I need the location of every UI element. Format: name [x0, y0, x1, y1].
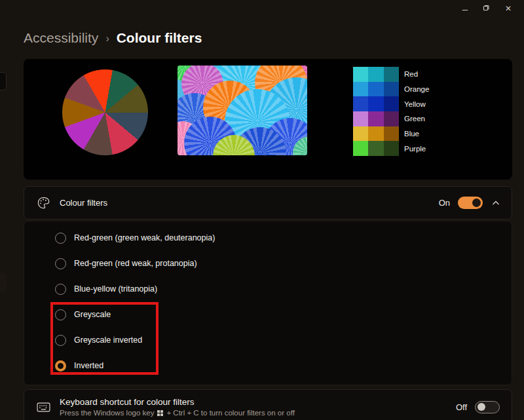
swatch-label: Blue [404, 126, 429, 142]
swatch-cell [368, 96, 383, 111]
radio-option-label: Greyscale [74, 310, 111, 319]
colour-swatch-grid [353, 67, 399, 156]
swatch-cell [353, 67, 368, 82]
radio-button[interactable] [55, 258, 66, 269]
swatch-cell [384, 67, 399, 82]
swatch-cell [353, 111, 368, 126]
radio-option[interactable]: Red-green (red weak, protanopia) [55, 256, 197, 271]
minimize-icon: – [462, 3, 468, 14]
swatch-cell [384, 141, 399, 156]
swatch-cell [384, 111, 399, 126]
colour-filters-toggle[interactable] [458, 197, 483, 209]
swatch-cell [384, 96, 399, 111]
toggle-state-label: Off [456, 402, 467, 412]
radio-option-label: Blue-yellow (tritanopia) [74, 284, 157, 294]
radio-button[interactable] [55, 335, 66, 346]
radio-option-label: Red-green (red weak, protanopia) [74, 259, 197, 268]
breadcrumb-separator: › [98, 33, 116, 45]
radio-option-label: Red-green (green weak, deuteranopia) [74, 233, 215, 242]
swatch-cell [368, 82, 383, 97]
radio-option[interactable]: Blue-yellow (tritanopia) [55, 281, 157, 297]
colour-filter-options: Red-green (green weak, deuteranopia)Red-… [24, 221, 512, 385]
titlebar: – ✕ [0, 0, 524, 18]
swatch-label: Green [404, 111, 429, 126]
palette-icon [36, 196, 50, 210]
toggle-state-label: On [439, 198, 450, 208]
pinwheel-photo-preview [178, 66, 307, 155]
keyboard-shortcut-toggle[interactable] [475, 401, 500, 413]
radio-option[interactable]: Greyscale inverted [55, 332, 142, 348]
swatch-label: Red [404, 67, 429, 82]
radio-option-label: Greyscale inverted [74, 335, 142, 345]
page-title: Colour filters [117, 30, 202, 46]
keyboard-shortcut-subtitle: Press the Windows logo key + Ctrl + C to… [60, 409, 295, 417]
radio-button[interactable] [55, 284, 66, 295]
restore-button[interactable] [476, 0, 496, 17]
close-icon: ✕ [505, 4, 512, 13]
swatch-cell [353, 82, 368, 97]
chevron-up-icon[interactable] [492, 200, 500, 206]
radio-option-label: Inverted [74, 361, 103, 370]
radio-button[interactable] [55, 309, 66, 320]
radio-option[interactable]: Inverted [55, 358, 103, 373]
keyboard-shortcut-text: Keyboard shortcut for colour filters Pre… [60, 397, 295, 417]
keyboard-shortcut-title: Keyboard shortcut for colour filters [60, 397, 295, 407]
breadcrumb-accessibility[interactable]: Accessibility [24, 30, 98, 46]
toggle-knob [477, 403, 485, 411]
swatch-cell [384, 126, 399, 142]
swatch-cell [368, 111, 383, 126]
swatch-cell [368, 67, 383, 82]
radio-button[interactable] [55, 233, 66, 244]
swatch-cell [353, 126, 368, 142]
colour-wheel-preview [62, 69, 148, 155]
swatch-cell [368, 141, 383, 156]
swatch-label: Orange [404, 82, 429, 97]
swatch-label: Purple [404, 141, 429, 156]
swatch-cell [353, 96, 368, 111]
edge-fragment [0, 273, 7, 292]
settings-window: – ✕ Accessibility › Colour filters RedOr… [0, 0, 524, 420]
radio-button[interactable] [55, 360, 66, 372]
swatch-label: Yellow [404, 96, 429, 111]
keyboard-shortcut-row: Keyboard shortcut for colour filters Pre… [24, 389, 512, 420]
windows-logo-icon [157, 410, 163, 416]
restore-icon [482, 3, 491, 14]
toggle-knob [472, 199, 481, 207]
swatch-cell [384, 82, 399, 97]
colour-preview-panel: RedOrangeYellowGreenBluePurple [24, 59, 512, 180]
keyboard-icon [36, 402, 50, 412]
radio-option[interactable]: Red-green (green weak, deuteranopia) [55, 230, 215, 246]
colour-filters-toggle-row[interactable]: Colour filters On [24, 186, 512, 220]
swatch-cell [368, 126, 383, 142]
radio-option[interactable]: Greyscale [55, 307, 111, 322]
colour-swatch-labels: RedOrangeYellowGreenBluePurple [404, 67, 429, 157]
colour-filters-label: Colour filters [60, 198, 107, 208]
breadcrumb: Accessibility › Colour filters [24, 30, 202, 46]
edge-fragment [0, 72, 7, 90]
minimize-button[interactable]: – [455, 0, 476, 17]
close-button[interactable]: ✕ [498, 0, 519, 17]
swatch-cell [353, 141, 368, 156]
